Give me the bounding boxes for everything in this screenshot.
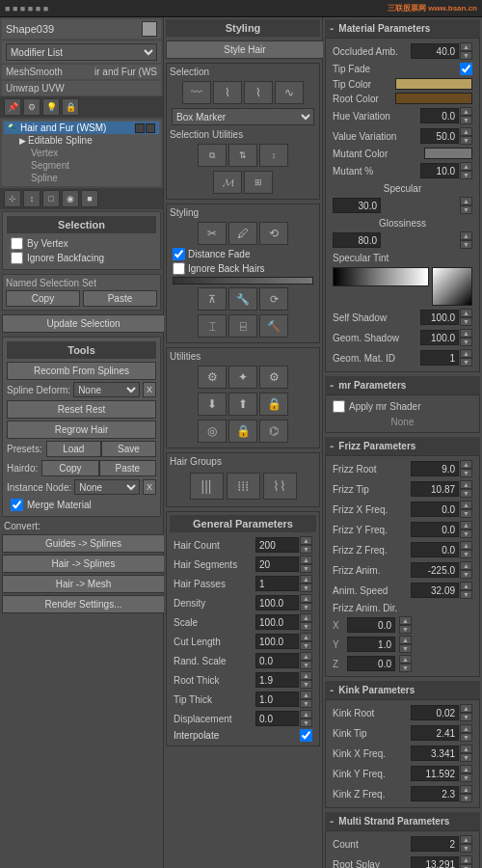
util-icon2[interactable]: ⇅ [228,144,257,167]
box-marker-select[interactable]: Box Marker [172,108,314,125]
kink-tip-input[interactable] [411,725,459,741]
frizz-z-dir-input[interactable] [347,656,395,671]
instance-node-clear[interactable]: X [143,479,156,495]
update-selection-button[interactable]: Update Selection [2,314,165,333]
pin-icon[interactable]: 📌 [4,98,21,116]
util-icon1[interactable]: ⧉ [198,144,227,167]
geom-shadow-input[interactable] [420,330,459,345]
occluded-amb-input[interactable] [411,43,459,59]
distance-fade-check[interactable] [173,248,185,260]
frizz-x-input[interactable] [411,502,459,517]
apply-mr-check[interactable] [333,400,345,413]
style-icon8[interactable]: ⌸ [228,314,257,338]
util-icon8[interactable]: ⚙ [259,366,288,389]
frizz-anim-arrows[interactable]: ▲▼ [460,561,472,579]
hue-variation-input[interactable] [420,108,459,123]
style-slider1[interactable] [173,277,313,285]
frizz-y-dir-input[interactable] [347,637,395,652]
frizz-tip-arrows[interactable]: ▲▼ [460,480,472,498]
style-icon2[interactable]: 🖊 [228,222,257,245]
paste-button[interactable]: Paste [83,290,157,307]
sel-icon-b[interactable]: ⌇ [213,81,242,104]
root-color-swatch[interactable] [395,93,472,104]
count-arrows[interactable]: ▲▼ [460,835,472,853]
cut-length-arrows[interactable]: ▲▼ [300,633,312,650]
count-input[interactable] [411,836,459,852]
style-icon1[interactable]: ✂ [198,222,227,245]
frizz-x-dir-arrows[interactable]: ▲▼ [399,616,412,634]
tip-thick-input[interactable] [255,692,299,707]
frizz-anim-input[interactable] [411,562,459,578]
instance-node-select[interactable]: None [74,479,140,495]
frizz-z-dir-arrows[interactable]: ▲▼ [399,655,412,672]
displacement-input[interactable] [255,711,299,726]
style-icon4[interactable]: ⊼ [198,287,227,311]
reset-rest-button[interactable]: Reset Rest [7,400,156,419]
anim-speed-input[interactable] [411,583,459,598]
sel-icon5[interactable]: ■ [81,190,98,207]
self-shadow-arrows[interactable]: ▲▼ [460,309,472,326]
regrow-hair-button[interactable]: Regrow Hair [7,420,156,439]
hair-mesh-button[interactable]: Hair -> Mesh [2,575,165,593]
geom-shadow-arrows[interactable]: ▲▼ [460,329,472,346]
interpolate-check[interactable] [300,729,312,742]
kink-x-arrows[interactable]: ▲▼ [460,745,472,762]
util-icon6[interactable]: ⚙ [198,366,227,389]
hair-count-arrows[interactable]: ▲▼ [300,536,312,554]
style-icon5[interactable]: 🔧 [228,287,257,311]
config-icon[interactable]: ⚙ [23,98,40,116]
util-icon13[interactable]: 🔒 [228,420,257,443]
vertex-item[interactable]: Vertex [27,147,159,159]
value-variation-input[interactable] [420,128,459,144]
root-splay-input[interactable] [411,856,459,868]
frizz-y-arrows[interactable]: ▲▼ [460,521,472,538]
frizz-z-arrows[interactable]: ▲▼ [460,541,472,558]
util-icon5[interactable]: ⊞ [244,171,273,194]
occluded-amb-arrows[interactable]: ▲▼ [460,42,472,60]
density-input[interactable] [255,595,299,610]
hue-variation-arrows[interactable]: ▲▼ [460,107,472,124]
sel-icon1[interactable]: ⊹ [4,190,21,207]
mutant-color-swatch[interactable] [424,148,472,159]
frizz-z-input[interactable] [411,542,459,557]
util-icon14[interactable]: ⌬ [259,420,288,443]
load-button[interactable]: Load [46,441,101,457]
geom-mat-id-arrows[interactable]: ▲▼ [460,349,472,366]
hair-segments-arrows[interactable]: ▲▼ [300,556,312,573]
util-icon9[interactable]: ⬇ [198,393,227,416]
util-icon7[interactable]: ✦ [228,366,257,389]
ignore-back-hairs-check[interactable] [173,262,185,275]
sel-icon3[interactable]: □ [42,190,60,207]
hair-segments-input[interactable] [255,556,299,572]
copy-hairdo-button[interactable]: Copy [41,460,98,476]
glossiness-arrows[interactable]: ▲▼ [460,231,472,249]
paste-hairdo-button[interactable]: Paste [99,460,156,476]
segment-item[interactable]: Segment [27,159,159,172]
material-section-header[interactable]: Material Parameters [325,19,480,38]
lock-icon[interactable]: 🔒 [62,98,79,116]
frizz-section-header[interactable]: Frizz Parameters [325,437,480,455]
frizz-tip-input[interactable] [411,481,459,497]
style-hair-button[interactable]: Style Hair [166,41,324,59]
mutant-pct-arrows[interactable]: ▲▼ [460,162,472,179]
frizz-y-input[interactable] [411,522,459,537]
kink-z-input[interactable] [411,786,459,801]
rand-scale-input[interactable] [255,653,299,668]
tip-fade-check[interactable] [460,63,472,75]
glossiness-input[interactable] [333,232,381,248]
modifier-list-dropdown[interactable]: Modifier List [6,43,157,61]
displacement-arrows[interactable]: ▲▼ [300,710,312,727]
hair-fur-item[interactable]: 🔦 Hair and Fur (WSM) [4,122,159,134]
copy-button[interactable]: Copy [6,290,80,307]
hair-passes-arrows[interactable]: ▲▼ [300,575,312,592]
sel-icon4[interactable]: ◉ [62,190,79,207]
scale-arrows[interactable]: ▲▼ [300,613,312,631]
self-shadow-input[interactable] [420,310,459,325]
hair-group-icon3[interactable]: ⌇⌇ [263,473,297,500]
specular-input[interactable] [333,198,381,213]
density-arrows[interactable]: ▲▼ [300,594,312,611]
style-icon9[interactable]: 🔨 [259,314,288,338]
frizz-x-dir-input[interactable] [347,617,395,633]
render-settings-button[interactable]: Render Settings... [2,595,165,613]
kink-x-input[interactable] [411,746,459,761]
